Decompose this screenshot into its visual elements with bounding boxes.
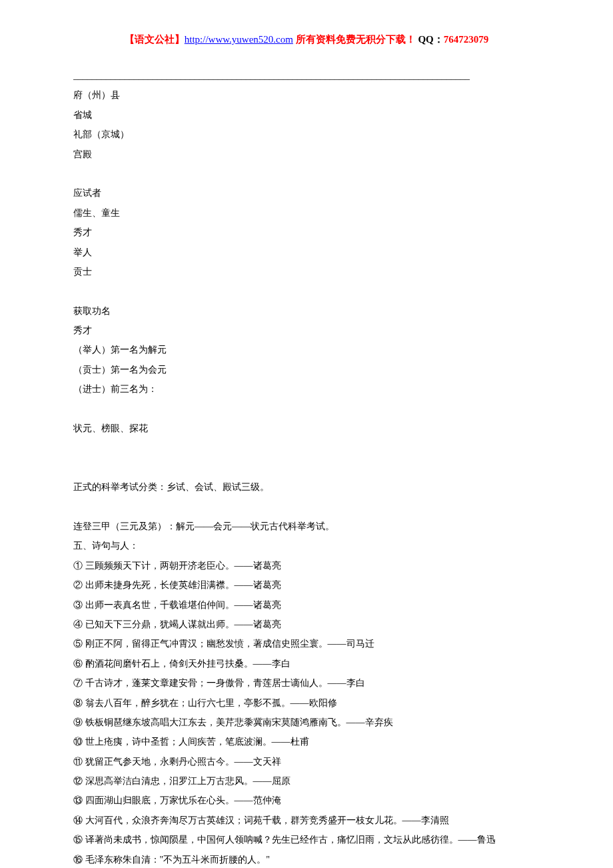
- body-line: 宫殿: [73, 145, 540, 164]
- brand-label: 【语文公社】: [125, 34, 185, 45]
- body-line: ⑯ 毛泽东称朱自清："不为五斗米而折腰的人。": [73, 850, 540, 868]
- body-line: [73, 458, 540, 477]
- body-line: 五、诗句与人：: [73, 536, 540, 555]
- body-line: ② 出师未捷身先死，长使英雄泪满襟。——诸葛亮: [73, 575, 540, 595]
- body-line: 连登三甲（三元及第）：解元——会元——状元古代科举考试。: [73, 517, 540, 536]
- body-line: ⑨ 铁板铜琶继东坡高唱大江东去，美芹悲黍冀南宋莫随鸿雁南飞。——辛弃疾: [73, 713, 540, 732]
- body-line: ⑭ 大河百代，众浪齐奔淘尽万古英雄汉；词苑千载，群芳竞秀盛开一枝女儿花。——李清…: [73, 811, 540, 830]
- body-line: ⑬ 四面湖山归眼底，万家忧乐在心头。——范仲淹: [73, 791, 540, 810]
- body-line: ⑤ 刚正不阿，留得正气冲霄汉；幽愁发愤，著成信史照尘寰。——司马迁: [73, 634, 540, 653]
- body-line: 儒生、童生: [73, 203, 540, 223]
- body-line: ⑪ 犹留正气参天地，永剩丹心照古今。——文天祥: [73, 752, 540, 771]
- body-line: （举人）第一名为解元: [73, 340, 540, 359]
- body-line: [73, 399, 540, 419]
- body-line: 正式的科举考试分类：乡试、会试、殿试三级。: [73, 477, 540, 497]
- site-url-link[interactable]: http://www.yuwen520.com: [185, 34, 293, 45]
- body-line: 获取功名: [73, 301, 540, 321]
- body-line: 省城: [73, 105, 540, 125]
- body-line: 府（州）县: [73, 85, 540, 105]
- body-line: ④ 已知天下三分鼎，犹竭人谋就出师。——诸葛亮: [73, 615, 540, 634]
- body-line: ⑩ 世上疮痍，诗中圣哲；人间疾苦，笔底波澜。——杜甫: [73, 732, 540, 751]
- qq-label: QQ：: [418, 34, 443, 45]
- body-line: 礼部（京城）: [73, 125, 540, 144]
- body-line: ① 三顾频频天下计，两朝开济老臣心。——诸葛亮: [73, 556, 540, 575]
- body-line: 秀才: [73, 321, 540, 340]
- body-line: [73, 497, 540, 517]
- body-line: 贡士: [73, 262, 540, 281]
- fill-blank-line: ________________________________________…: [73, 66, 540, 85]
- body-line: [73, 281, 540, 301]
- document-body: ________________________________________…: [73, 66, 540, 868]
- body-line: 应试者: [73, 183, 540, 203]
- qq-number: 764723079: [444, 34, 489, 45]
- body-line: ⑫ 深思高举洁白清忠，汨罗江上万古悲风。——屈原: [73, 771, 540, 791]
- page-header: 【语文公社】http://www.yuwen520.com 所有资料免费无积分下…: [73, 33, 540, 46]
- body-line: [73, 438, 540, 457]
- document-page: 【语文公社】http://www.yuwen520.com 所有资料免费无积分下…: [0, 0, 613, 868]
- body-line: ⑮ 译著尚未成书，惊闻陨星，中国何人领呐喊？先生已经作古，痛忆旧雨，文坛从此感彷…: [73, 830, 540, 849]
- body-line: ③ 出师一表真名世，千载谁堪伯仲间。——诸葛亮: [73, 595, 540, 615]
- body-line: 状元、榜眼、探花: [73, 419, 540, 438]
- body-line: ⑥ 酌酒花间磨针石上，倚剑天外挂弓扶桑。——李白: [73, 654, 540, 673]
- body-line: ⑧ 翁去八百年，醉乡犹在；山行六七里，亭影不孤。——欧阳修: [73, 693, 540, 713]
- body-text-container: 府（州）县省城礼部（京城）宫殿 应试者儒生、童生秀才举人贡士 获取功名秀才（举人…: [73, 85, 540, 868]
- body-line: ⑦ 千古诗才，蓬莱文章建安骨；一身傲骨，青莲居士谪仙人。——李白: [73, 673, 540, 693]
- body-line: [73, 164, 540, 183]
- body-line: 举人: [73, 243, 540, 262]
- body-line: （进士）前三名为：: [73, 379, 540, 399]
- body-line: （贡士）第一名为会元: [73, 360, 540, 379]
- header-suffix: 所有资料免费无积分下载！: [293, 34, 416, 45]
- body-line: 秀才: [73, 223, 540, 242]
